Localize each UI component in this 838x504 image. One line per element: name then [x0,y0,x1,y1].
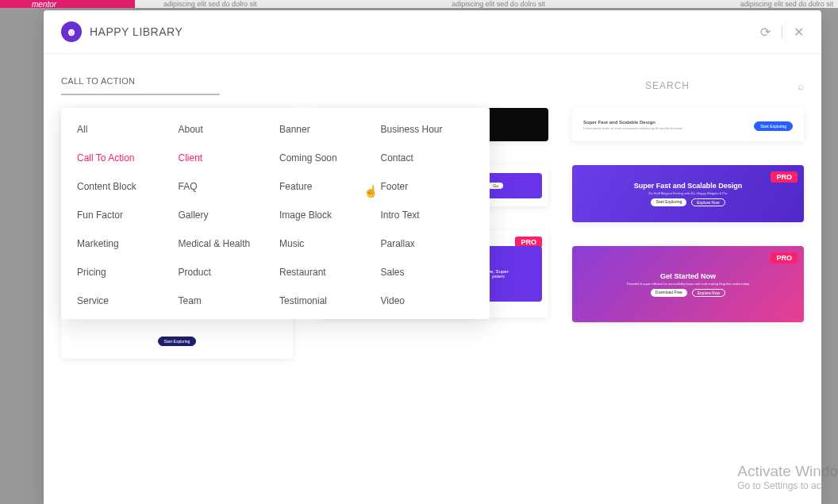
close-icon[interactable]: ✕ [794,25,804,40]
card-subtitle: Powerful & super efficient for accessibi… [627,282,749,286]
category-item-feature[interactable]: Feature [279,181,373,192]
card-button: Explore Now [692,289,725,297]
template-card[interactable]: PRO Get Started Now Powerful & super eff… [572,246,804,322]
category-item-content-block[interactable]: Content Block [77,181,171,192]
happy-library-modal: ☻ HAPPY LIBRARY ⟳ ✕ CALL TO ACTION ⌕ Sta… [44,10,821,504]
search-input[interactable] [645,80,798,91]
category-item-restaurant[interactable]: Restaurant [279,267,373,278]
modal-title: HAPPY LIBRARY [90,25,183,38]
category-item-marketing[interactable]: Marketing [77,238,171,249]
category-item-faq[interactable]: FAQ [179,181,272,192]
category-item-team[interactable]: Team [179,295,272,306]
category-item-music[interactable]: Music [279,238,373,249]
category-item-all[interactable]: All [77,124,171,135]
category-item-banner[interactable]: Banner [279,124,373,135]
bg-lorem-2: adipiscing elit sed do dolro sit amet [452,0,549,8]
sync-icon[interactable]: ⟳ [760,25,771,40]
category-item-intro-text[interactable]: Intro Text [381,210,475,221]
bg-lorem-3: adipiscing elit sed do dolro sit amet [740,0,838,8]
category-item-business-hour[interactable]: Business Hour [381,124,475,135]
template-card[interactable]: Super Fast and Scalable Design Lorem ips… [572,108,804,141]
card-button: Go [488,183,503,189]
modal-body: Start Exploring Start Exploring Go PRO v… [44,103,821,504]
template-card[interactable]: PRO Super Fast and Scalable Design Do St… [572,165,804,222]
card-button: Download Free [651,289,687,297]
card-button: Explore Now [691,198,725,206]
category-item-call-to-action[interactable]: Call To Action [77,152,171,164]
card-subtitle: Lorem ipsum dolor sit amet consectetur a… [583,126,682,130]
pro-badge: PRO [771,171,798,183]
category-item-testimonial[interactable]: Testimonial [279,295,373,306]
category-item-gallery[interactable]: Gallery [179,210,272,221]
elementor-sidebar-strip: mentor [0,0,135,8]
category-item-medical-health[interactable]: Medical & Health [179,238,272,249]
card-subtitle: Do Stuff Magical Feeling with 40+ Happy … [649,191,728,195]
category-item-product[interactable]: Product [179,267,272,278]
card-button: Start Exploring [754,121,793,131]
happy-logo-icon: ☻ [61,21,82,42]
category-item-parallax[interactable]: Parallax [381,238,475,249]
pro-badge: PRO [771,252,798,264]
category-item-contact[interactable]: Contact [381,152,475,164]
category-item-pricing[interactable]: Pricing [77,267,171,278]
category-filter-dropdown[interactable]: CALL TO ACTION [61,76,220,95]
modal-header: ☻ HAPPY LIBRARY ⟳ ✕ [44,10,821,54]
category-item-fun-factor[interactable]: Fun Factor [77,210,171,221]
category-item-service[interactable]: Service [77,295,171,306]
search-icon[interactable]: ⌕ [798,79,804,92]
bg-lorem-1: adipiscing elit sed do dolro sit amet [163,0,261,8]
category-item-image-block[interactable]: Image Block [279,210,373,221]
modal-toolbar: CALL TO ACTION ⌕ [44,54,821,103]
page-bg-text: adipiscing elit sed do dolro sit amet ad… [135,0,838,8]
category-item-about[interactable]: About [179,124,272,135]
category-item-video[interactable]: Video [381,295,475,306]
card-title: Super Fast and Scalable Design [583,120,682,125]
category-item-client[interactable]: Client [179,152,272,164]
card-button: Start Exploring [158,337,197,346]
category-item-coming-soon[interactable]: Coming Soon [279,152,373,164]
header-divider [782,25,782,39]
card-button: Start Exploring [651,198,686,206]
category-item-sales[interactable]: Sales [381,267,475,278]
search-wrap: ⌕ [645,79,804,92]
category-megamenu: AllAboutBannerBusiness HourCall To Actio… [61,108,490,319]
card-title: Get Started Now [660,272,716,280]
category-item-footer[interactable]: Footer [381,181,475,192]
card-title: Super Fast and Scalable Design [634,182,743,190]
